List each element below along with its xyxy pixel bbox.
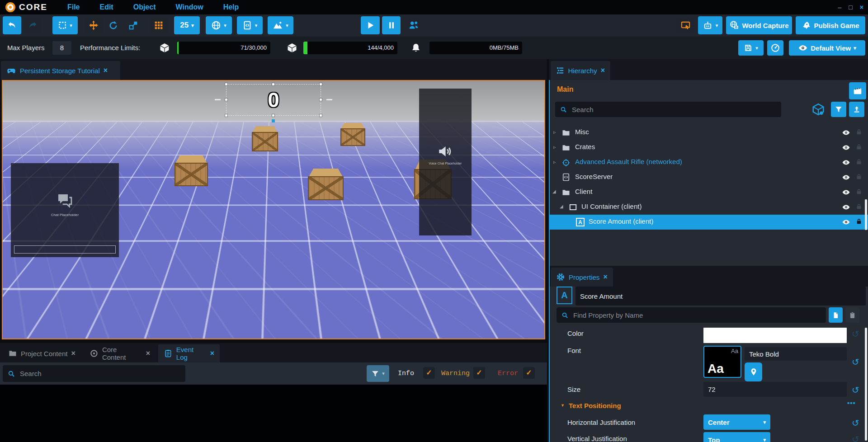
tree-row-scoreserver[interactable]: ScoreServer <box>550 170 868 185</box>
lock-icon[interactable] <box>855 188 863 195</box>
font-name-field[interactable]: Teko Bold <box>745 347 847 361</box>
dynamic-objects-icon[interactable] <box>811 103 825 116</box>
bot-dropdown[interactable]: ▾ <box>698 16 722 34</box>
tree-row-crates[interactable]: ▹ Crates <box>550 140 868 155</box>
font-preview-swatch[interactable]: Aa Aa <box>703 346 741 378</box>
menu-object[interactable]: Object <box>133 3 156 11</box>
minimize-icon[interactable]: – <box>838 4 842 11</box>
properties-scrollbar[interactable] <box>865 328 867 441</box>
event-log-search[interactable] <box>3 365 185 382</box>
close-icon[interactable]: × <box>603 273 607 281</box>
publish-game-button[interactable]: Publish Game <box>796 16 865 34</box>
visibility-eye-icon[interactable] <box>842 128 850 137</box>
object-name-input[interactable]: Score Amount <box>576 287 866 306</box>
rotate-tool-button[interactable] <box>104 16 123 34</box>
max-players-input[interactable]: 8 <box>52 41 71 55</box>
edge-handle[interactable] <box>215 99 221 100</box>
reset-icon[interactable]: ↺ <box>852 418 859 428</box>
visibility-eye-icon[interactable] <box>842 188 850 197</box>
resize-handle[interactable] <box>319 83 322 86</box>
undo-button[interactable] <box>3 16 21 34</box>
reset-icon[interactable]: ↺ <box>852 329 859 339</box>
crate[interactable] <box>252 126 278 151</box>
horizontal-justification-dropdown[interactable]: Center ▾ <box>703 414 770 430</box>
performance-gauge-button[interactable] <box>767 40 783 56</box>
save-dropdown-button[interactable]: ▾ <box>738 40 764 56</box>
lock-icon[interactable] <box>855 203 863 210</box>
copy-properties-button[interactable] <box>829 307 843 323</box>
hierarchy-search[interactable] <box>555 102 781 117</box>
world-settings-dropdown[interactable]: ▾ <box>206 16 232 34</box>
event-log-output[interactable] <box>0 385 547 442</box>
scale-tool-button[interactable] <box>124 16 142 34</box>
edge-handle[interactable] <box>326 99 332 100</box>
menu-file[interactable]: File <box>67 3 80 11</box>
selected-ui-text-bounds[interactable]: 0 <box>226 84 321 116</box>
play-button[interactable] <box>361 16 380 34</box>
tree-row-client[interactable]: ◢ Client <box>550 185 868 200</box>
resize-handle[interactable] <box>272 83 275 86</box>
screen-share-button[interactable] <box>676 16 694 34</box>
multiplayer-preview-button[interactable] <box>406 16 422 34</box>
crate[interactable] <box>340 123 365 146</box>
visibility-eye-icon[interactable] <box>842 143 850 152</box>
tree-row-score-amount[interactable]: A Score Amount (client) <box>550 215 868 230</box>
close-icon[interactable]: × <box>860 4 863 11</box>
resize-handle[interactable] <box>225 98 228 101</box>
menu-help[interactable]: Help <box>223 3 239 11</box>
close-icon[interactable]: × <box>146 349 150 357</box>
info-filter-checkbox[interactable]: ✓ <box>423 367 435 379</box>
hierarchy-export-button[interactable] <box>849 102 864 117</box>
size-input[interactable]: 72 <box>703 382 847 397</box>
world-capture-panel-button[interactable] <box>849 82 866 99</box>
tab-event-log[interactable]: Event Log × <box>158 344 220 362</box>
resize-handle[interactable] <box>319 114 322 117</box>
resize-handle[interactable] <box>272 114 275 117</box>
anchor-handle[interactable] <box>272 119 275 122</box>
tree-row-ui-container[interactable]: ◢ UI Container (client) <box>550 200 868 215</box>
hierarchy-search-input[interactable] <box>571 105 777 114</box>
collapse-arrow-icon[interactable]: ▹ <box>553 159 556 165</box>
color-swatch[interactable] <box>703 328 847 343</box>
collapse-arrow-icon[interactable]: ▹ <box>553 144 556 150</box>
hierarchy-scrollbar[interactable] <box>865 199 867 230</box>
resize-handle[interactable] <box>319 98 322 101</box>
warning-filter-checkbox[interactable]: ✓ <box>473 367 485 379</box>
lock-icon[interactable] <box>855 173 863 180</box>
grid-snap-button[interactable] <box>149 16 168 34</box>
lock-icon[interactable] <box>855 218 863 225</box>
reset-icon[interactable]: ↺ <box>852 435 859 442</box>
default-view-dropdown[interactable]: Default View▾ <box>789 40 865 56</box>
crate[interactable] <box>308 169 344 200</box>
error-filter-checkbox[interactable]: ✓ <box>523 367 535 379</box>
reset-icon[interactable]: ↺ <box>852 357 859 367</box>
terrain-dropdown[interactable]: ▾ <box>268 16 293 34</box>
event-log-search-input[interactable] <box>19 369 181 378</box>
tab-core-content[interactable]: Core Content × <box>84 344 156 362</box>
collapse-arrow-icon[interactable]: ▹ <box>553 129 556 135</box>
menu-edit[interactable]: Edit <box>99 3 113 11</box>
tab-project-content[interactable]: Project Content × <box>3 344 81 362</box>
resize-handle[interactable] <box>225 83 228 86</box>
scene-viewport[interactable]: Chat Placeholder Voice Chat Placeholder … <box>2 80 545 339</box>
visibility-eye-icon[interactable] <box>842 173 850 182</box>
maximize-icon[interactable]: □ <box>849 4 852 11</box>
crate[interactable] <box>175 155 208 186</box>
selection-mode-button[interactable]: ▾ <box>52 16 78 34</box>
tree-row-advanced-assault-rifle[interactable]: ▹ Advanced Assault Rifle (networked) <box>550 155 868 170</box>
text-positioning-header[interactable]: Text Positioning <box>569 402 621 409</box>
section-collapse-icon[interactable]: ▼ <box>561 403 565 408</box>
tab-properties[interactable]: Properties × <box>551 268 613 287</box>
menu-window[interactable]: Window <box>175 3 203 11</box>
font-picker-button[interactable] <box>745 362 762 381</box>
pause-button[interactable] <box>382 16 401 34</box>
expand-arrow-icon[interactable]: ◢ <box>552 189 556 194</box>
property-search[interactable] <box>557 307 826 323</box>
expand-arrow-icon[interactable]: ◢ <box>560 204 563 209</box>
visibility-eye-icon[interactable] <box>842 203 850 212</box>
world-capture-button[interactable]: World Capture <box>726 16 792 34</box>
close-icon[interactable]: × <box>71 349 75 357</box>
overflow-menu-icon[interactable]: ••• <box>847 399 856 407</box>
redo-button[interactable] <box>23 16 42 34</box>
resize-handle[interactable] <box>225 114 228 117</box>
